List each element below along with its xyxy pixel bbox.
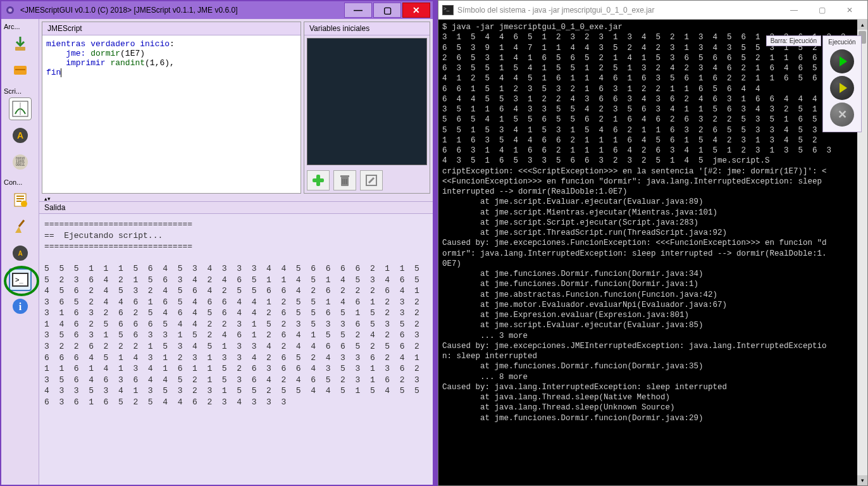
console-titlebar[interactable]: Símbolo del sistema - java -jar jmescrip… [438,1,867,20]
play-icon [840,56,847,66]
console-close-button[interactable]: ✕ [836,3,864,17]
splitter-handle[interactable]: ▴▾ [39,196,433,201]
console-output[interactable]: $ java -jar jmescriptgui_0_1_0_exe.jar 3… [438,20,867,485]
svg-text:00011: 00011 [16,163,25,166]
script-panel: JMEScript mientras verdadero inicio: jme… [42,22,301,194]
font-larger-button[interactable]: A [9,124,32,147]
app-icon [4,5,16,15]
exec-toolbar[interactable]: Ejecución ✕ [822,35,862,132]
svg-point-12 [21,201,27,207]
vars-display[interactable] [307,38,427,165]
barra-label: Barra: Ejecución [766,35,821,46]
svg-rect-20 [313,178,324,182]
svg-text:A: A [18,250,22,257]
script-tool-button[interactable] [9,97,32,120]
output-text[interactable]: ============================== == Ejecut… [39,214,433,485]
svg-text:i: i [18,301,22,312]
cmd-icon [442,5,454,15]
close-button[interactable]: ✕ [402,3,430,18]
top-panels: JMEScript mientras verdadero inicio: jme… [39,19,433,196]
console-maximize-button[interactable]: ▢ [808,3,836,17]
titlebar[interactable]: <JMEScriptGUI v0.1.0 (C) 2018> [JMEScrip… [1,1,433,19]
minimize-button[interactable]: — [344,3,372,18]
console-title: Símbolo del sistema - java -jar jmescrip… [457,6,654,15]
binary-view-button[interactable]: 010101100100011 [9,151,32,173]
vars-panel-title: Variables iniciales [304,22,430,35]
main-window: <JMEScriptGUI v0.1.0 (C) 2018> [JMEScrip… [0,0,434,486]
terminal-button[interactable]: >_ [9,268,32,291]
broom-button[interactable] [9,215,32,238]
output-panel-title: Salida [39,202,433,214]
console-window: Símbolo del sistema - java -jar jmescrip… [438,0,868,486]
clear-log-button[interactable] [9,189,32,211]
vars-toolbar [304,168,430,193]
svg-text:>_: >_ [15,276,23,284]
console-minimize-button[interactable]: — [780,3,808,17]
svg-rect-2 [15,47,25,51]
maximize-button[interactable]: ▢ [373,3,401,18]
window-title: <JMEScriptGUI v0.1.0 (C) 2018> [JMEScrip… [16,6,343,15]
sidebar-label-consola: Con... [4,177,36,187]
sidebar-label-script: Scri... [4,86,36,96]
delete-variable-button[interactable] [333,170,356,190]
stop-button[interactable]: ✕ [830,103,854,127]
scroll-up-icon[interactable]: ▴ [857,20,867,30]
run-debug-button[interactable] [830,76,854,100]
svg-rect-22 [340,175,349,177]
edit-variable-button[interactable] [360,170,383,190]
add-variable-button[interactable] [307,170,330,190]
code-editor[interactable]: mientras verdadero inicio: jme: dormir(1… [42,35,301,193]
main-body: Arc... Scri... A 010101100100011 Con... [1,19,433,485]
open-file-button[interactable] [9,33,32,56]
info-button[interactable]: i [9,295,32,318]
stop-icon: ✕ [838,108,847,122]
text-cursor-icon [61,68,61,77]
run-button[interactable] [830,49,854,73]
sidebar: Arc... Scri... A 010101100100011 Con... [1,19,39,485]
exec-toolbar-title: Ejecución [826,39,859,47]
script-panel-title: JMEScript [42,22,301,35]
window-controls: — ▢ ✕ [343,3,430,18]
save-file-button[interactable] [9,59,32,82]
play-alt-icon [840,83,847,93]
content-area: JMEScript mientras verdadero inicio: jme… [39,19,433,485]
variables-panel: Variables iniciales [304,22,430,194]
sidebar-label-archivo: Arc... [4,22,36,32]
font-smaller-button[interactable]: A [9,242,32,265]
scroll-down-icon[interactable]: ▾ [857,475,867,485]
svg-text:A: A [16,130,23,140]
output-panel: Salida ============================== ==… [39,201,433,485]
svg-point-1 [8,8,12,12]
